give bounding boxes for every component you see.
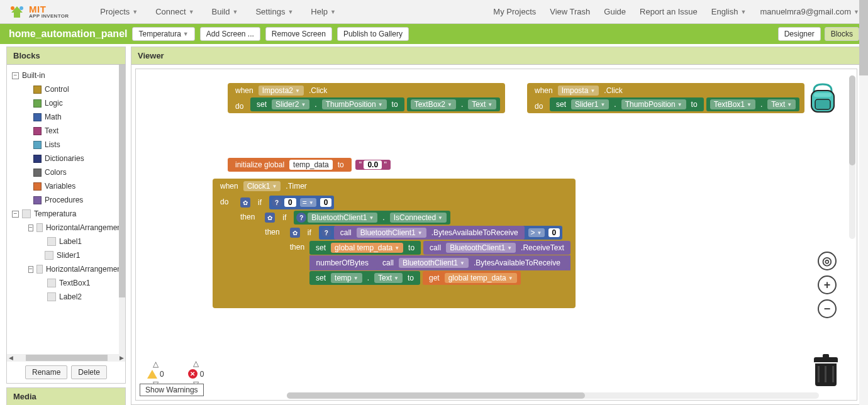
top-nav: MIT APP INVENTOR Projects▼ Connect▼ Buil…: [0, 0, 868, 24]
tree-comp[interactable]: TextBox1: [9, 276, 123, 290]
warn-up[interactable]: △: [153, 360, 159, 369]
error-count: 0: [200, 370, 204, 379]
canvas-scrollbar-v[interactable]: [849, 75, 855, 239]
tree-category[interactable]: Lists: [9, 138, 123, 152]
logo-icon: [9, 4, 25, 20]
tree-category[interactable]: Dictionaries: [9, 152, 123, 165]
tree-category[interactable]: Logic: [9, 96, 123, 110]
blocks-tab[interactable]: Blocks: [825, 27, 859, 41]
trash-icon[interactable]: [814, 357, 838, 386]
nav-connect[interactable]: Connect▼: [155, 7, 194, 16]
block-when-imposta2-click[interactable]: whenImposta2▼.Click do setSlider2▼.Thumb…: [228, 83, 505, 113]
tree-category[interactable]: Colors: [9, 165, 123, 179]
nav-help[interactable]: Help▼: [311, 7, 336, 16]
blocks-panel-title: Blocks: [7, 47, 125, 65]
error-icon: ✕: [188, 369, 198, 379]
err-up[interactable]: △: [193, 359, 199, 368]
nav-projects[interactable]: Projects▼: [100, 7, 138, 16]
tree-scrollbar-h[interactable]: ◀▶: [7, 354, 125, 362]
tree-category[interactable]: Procedures: [9, 193, 123, 207]
svg-point-0: [11, 6, 14, 10]
media-panel-title: Media: [7, 388, 125, 405]
tree-comp[interactable]: Label1: [9, 235, 123, 248]
tree-category[interactable]: Control: [9, 82, 123, 96]
nav-guide[interactable]: Guide: [604, 7, 626, 16]
nav-myprojects[interactable]: My Projects: [493, 7, 536, 16]
tree-comp[interactable]: −HorizontalArrangemen: [9, 221, 123, 235]
nav-user[interactable]: manuelmra9@gmail.com▼: [760, 7, 859, 16]
logo-sub: APP INVENTOR: [29, 14, 69, 19]
tree-category[interactable]: Text: [9, 124, 123, 138]
tree-scrollbar-v[interactable]: [119, 65, 125, 354]
warning-icon: [147, 370, 157, 379]
media-panel: Media: [6, 387, 126, 405]
sidebar: Blocks −Built-in ControlLogicMathTextLis…: [6, 47, 126, 405]
blocks-tree[interactable]: −Built-in ControlLogicMathTextListsDicti…: [7, 65, 125, 354]
canvas-scrollbar-h[interactable]: [287, 392, 819, 399]
zoom-in-button[interactable]: +: [818, 275, 837, 294]
warning-count: 0: [160, 370, 164, 379]
rename-button[interactable]: Rename: [25, 365, 67, 379]
blocks-palette: Blocks −Built-in ControlLogicMathTextLis…: [6, 47, 126, 384]
project-bar: home_automation_panel Temperatura▼ Add S…: [0, 24, 868, 44]
backpack-icon[interactable]: [805, 80, 840, 116]
help-icon[interactable]: ?: [321, 228, 331, 238]
block-init-global-temp-data[interactable]: initialize globaltemp_datato " 0.0 ": [228, 157, 391, 172]
main: Blocks −Built-in ControlLogicMathTextLis…: [0, 44, 868, 405]
remove-screen-button[interactable]: Remove Screen: [265, 27, 332, 41]
block-when-clock1-timer[interactable]: whenClock1▼.Timer do ✿if ?0=▼0 then ✿if: [213, 179, 576, 308]
gear-icon[interactable]: ✿: [240, 197, 250, 208]
logo[interactable]: MIT APP INVENTOR: [9, 4, 69, 20]
tree-comp[interactable]: Slider1: [9, 248, 123, 262]
nav-language[interactable]: English▼: [711, 7, 747, 16]
add-screen-button[interactable]: Add Screen ...: [200, 27, 260, 41]
show-warnings-button[interactable]: Show Warnings: [140, 384, 204, 396]
zoom-out-button[interactable]: −: [818, 299, 837, 318]
page-scrollbar[interactable]: [859, 0, 868, 405]
svg-rect-4: [814, 93, 832, 97]
designer-tab[interactable]: Designer: [778, 27, 821, 41]
gear-icon[interactable]: ✿: [290, 228, 300, 238]
screen-dropdown[interactable]: Temperatura▼: [132, 27, 194, 41]
nav-build[interactable]: Build▼: [212, 7, 238, 16]
if-block-2[interactable]: ✿if ?BluetoothClient1▼.IsConnected▼: [260, 210, 570, 225]
tree-builtin[interactable]: −Built-in: [9, 69, 123, 82]
gear-icon[interactable]: ✿: [265, 213, 275, 223]
delete-button[interactable]: Delete: [71, 365, 107, 379]
tree-category[interactable]: Math: [9, 110, 123, 124]
help-icon[interactable]: ?: [296, 213, 306, 223]
project-name: home_automation_panel: [9, 28, 127, 40]
if-block-1[interactable]: ✿if ?0=▼0: [235, 195, 570, 210]
svg-point-1: [19, 6, 23, 10]
help-icon[interactable]: ?: [272, 197, 282, 208]
nav-report[interactable]: Report an Issue: [640, 7, 698, 16]
nav-right: My Projects View Trash Guide Report an I…: [493, 7, 859, 16]
tree-comp[interactable]: Label2: [9, 290, 123, 304]
block-when-imposta-click[interactable]: whenImposta▼.Click do setSlider1▼.ThumbP…: [527, 83, 804, 113]
publish-button[interactable]: Publish to Gallery: [337, 27, 409, 41]
tree-category[interactable]: Variables: [9, 179, 123, 193]
viewer-panel: Viewer whenImposta2▼.Click do setSlider2…: [131, 47, 862, 405]
logo-brand: MIT: [29, 4, 69, 14]
svg-rect-3: [815, 99, 830, 109]
viewer-title: Viewer: [131, 47, 861, 65]
nav-left: Projects▼ Connect▼ Build▼ Settings▼ Help…: [100, 7, 336, 16]
blocks-canvas[interactable]: whenImposta2▼.Click do setSlider2▼.Thumb…: [135, 69, 857, 401]
if-block-3[interactable]: ✿if ? callBluetoothClient1▼.BytesAvailab…: [285, 225, 570, 240]
center-button[interactable]: ◎: [818, 252, 837, 270]
nav-viewtrash[interactable]: View Trash: [550, 7, 590, 16]
tree-screen[interactable]: −Temperatura: [9, 207, 123, 221]
nav-settings[interactable]: Settings▼: [255, 7, 293, 16]
tree-comp[interactable]: −HorizontalArrangemen: [9, 262, 123, 276]
